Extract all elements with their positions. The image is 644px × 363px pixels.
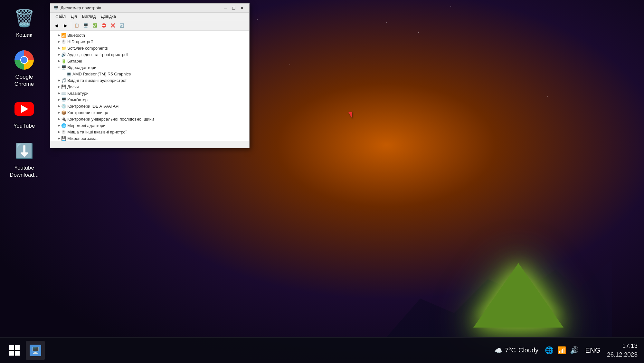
taskbar-device-manager[interactable]: 🖥️ — [26, 341, 45, 360]
expander-ide[interactable]: ▶ — [57, 104, 61, 108]
ide-icon: 💿 — [61, 103, 66, 109]
tree-item-hid[interactable]: ▶ 🖱️ HID-пристрої — [50, 38, 249, 45]
expander-mouse[interactable]: ▶ — [57, 130, 61, 134]
toolbar-enable[interactable]: ✅ — [90, 22, 99, 29]
volume-tray-icon[interactable]: 🔊 — [570, 346, 579, 355]
tree-item-audio-in-out[interactable]: ▶ 🎵 Вхідні та вихідні аудіопристрої — [50, 77, 249, 83]
tree-item-usb[interactable]: ▶ 🔌 Контролери універсальної послідовної… — [50, 116, 249, 122]
start-button[interactable] — [6, 342, 23, 358]
tree-item-computer[interactable]: ▶ 🖥️ Комп'ютер — [50, 96, 249, 103]
toolbar-scan[interactable]: 🔄 — [118, 22, 126, 29]
expander-storage[interactable]: ▶ — [57, 110, 61, 115]
chrome-label: Google Chrome — [6, 74, 42, 88]
menu-bar: Файл Дія Вигляд Довідка — [50, 13, 249, 20]
recycle-bin-label: Кошик — [16, 32, 32, 39]
tree-item-ide[interactable]: ▶ 💿 Контролери IDE ATA/ATAPI — [50, 103, 249, 109]
software-icon: 📁 — [61, 45, 66, 51]
windows-logo-icon — [9, 345, 20, 356]
disks-icon: 💾 — [61, 84, 66, 89]
tree-item-network[interactable]: ▶ 🌐 Мережеві адаптери — [50, 122, 249, 129]
bluetooth-label: Bluetooth — [67, 33, 248, 38]
firmware-label: Мікропрограма: — [67, 136, 248, 141]
tree-item-mouse[interactable]: ▶ 🖱️ Миша та інші вказівні пристрої — [50, 129, 249, 135]
toolbar-forward[interactable]: ▶ — [61, 22, 70, 29]
menu-file[interactable]: Файл — [53, 13, 68, 19]
menu-action[interactable]: Дія — [68, 13, 80, 19]
tree-item-storage[interactable]: ▶ 📦 Контролери сховища — [50, 109, 249, 116]
clock-date: 26.12.2023 — [607, 350, 638, 359]
landscape-decoration — [386, 208, 612, 337]
expander-hid[interactable]: ▶ — [57, 39, 61, 44]
expander-computer[interactable]: ▶ — [57, 97, 61, 102]
toolbar-properties[interactable]: 📋 — [72, 22, 81, 29]
tree-item-battery[interactable]: ▶ 🔋 Батареї — [50, 58, 249, 64]
desktop-icon-youtube[interactable]: YouTube — [6, 97, 42, 130]
toolbar: ◀ ▶ 📋 🖥️ ✅ ⛔ ❌ 🔄 — [50, 20, 249, 31]
weather-widget: ☁️ 7°C Cloudy — [494, 347, 538, 354]
recycle-bin-icon: 🗑️ — [13, 6, 36, 30]
expander-disks[interactable]: ▶ — [57, 84, 61, 89]
window-title-text: Диспетчер пристроїв — [61, 5, 101, 10]
ytdl-label: Youtube Download... — [6, 164, 42, 179]
chrome-icon — [13, 48, 36, 72]
tree-item-bluetooth[interactable]: ▶ 📶 Bluetooth — [50, 32, 249, 38]
desktop-icon-chrome[interactable]: Google Chrome — [6, 48, 42, 88]
tree-item-video[interactable]: ▼ 🖥️ Відеоадаптери — [50, 64, 249, 71]
minimize-button[interactable]: ─ — [222, 5, 229, 11]
mouse-label: Миша та інші вказівні пристрої — [67, 130, 248, 134]
tree-item-keyboards[interactable]: ▶ ⌨️ Клавіатури — [50, 90, 249, 96]
expander-firmware[interactable]: ▶ — [57, 136, 61, 141]
wifi-tray-icon[interactable]: 📶 — [557, 346, 566, 355]
desktop-icon-ytdl[interactable]: ⬇️ Youtube Download... — [6, 139, 42, 179]
expander-audio-in-out[interactable]: ▶ — [57, 78, 61, 83]
toolbar-disable[interactable]: ⛔ — [99, 22, 108, 29]
maximize-button[interactable]: □ — [230, 5, 238, 11]
hid-label: HID-пристрої — [67, 39, 248, 44]
audio-in-out-label: Вхідні та вихідні аудіопристрої — [67, 78, 248, 83]
amd-gpu-icon: 💻 — [66, 71, 71, 76]
window-titlebar: 🖥️ Диспетчер пристроїв ─ □ ✕ — [50, 4, 249, 13]
language-indicator[interactable]: ENG — [585, 346, 601, 355]
youtube-icon — [13, 97, 36, 121]
youtube-label: YouTube — [14, 123, 35, 130]
taskbar-devmgr-icon: 🖥️ — [30, 345, 41, 356]
network-tray-icon[interactable]: 🌐 — [545, 346, 554, 355]
toolbar-back[interactable]: ◀ — [52, 22, 61, 29]
storage-icon: 📦 — [61, 110, 66, 115]
clock-time: 17:13 — [607, 342, 638, 350]
tree-item-audio[interactable]: ▶ 🔊 Аудіо-, відео- та ігрові пристрої — [50, 51, 249, 58]
storage-label: Контролери сховища — [67, 110, 248, 115]
bluetooth-icon: 📶 — [61, 33, 66, 38]
expander-audio[interactable]: ▶ — [57, 52, 61, 57]
status-bar — [50, 142, 249, 148]
expander-battery[interactable]: ▶ — [57, 59, 61, 63]
battery-icon: 🔋 — [61, 58, 66, 64]
expander-software[interactable]: ▶ — [57, 46, 61, 50]
menu-help[interactable]: Довідка — [98, 13, 118, 19]
taskbar-right-area: ☁️ 7°C Cloudy 🌐 📶 🔊 ENG 17:13 26.12.2023 — [494, 342, 638, 359]
expander-network[interactable]: ▶ — [57, 123, 61, 128]
expander-usb[interactable]: ▶ — [57, 117, 61, 121]
tree-item-software[interactable]: ▶ 📁 Software components — [50, 45, 249, 51]
menu-view[interactable]: Вигляд — [80, 13, 99, 19]
expander-keyboards[interactable]: ▶ — [57, 91, 61, 95]
toolbar-update[interactable]: 🖥️ — [81, 22, 90, 29]
device-tree[interactable]: ▶ 📶 Bluetooth ▶ 🖱️ HID-пристрої ▶ 📁 Soft… — [50, 31, 249, 142]
computer-label: Комп'ютер — [67, 97, 248, 102]
tree-item-amd-gpu[interactable]: 💻 AMD Radeon(TM) R5 Graphics — [50, 71, 249, 77]
tent-decoration — [473, 263, 564, 328]
keyboards-icon: ⌨️ — [61, 91, 66, 96]
video-label: Відеоадаптери — [67, 65, 248, 70]
expander-video[interactable]: ▼ — [57, 65, 61, 70]
system-clock[interactable]: 17:13 26.12.2023 — [607, 342, 638, 359]
desktop-icon-recycle-bin[interactable]: 🗑️ Кошик — [6, 6, 42, 39]
toolbar-separator-1 — [71, 22, 71, 29]
toolbar-uninstall[interactable]: ❌ — [109, 22, 117, 29]
tree-item-firmware[interactable]: ▶ 💾 Мікропрограма: — [50, 135, 249, 142]
expander-bluetooth[interactable]: ▶ — [57, 33, 61, 37]
close-button[interactable]: ✕ — [238, 5, 246, 11]
window-title-area: 🖥️ Диспетчер пристроїв — [53, 5, 101, 10]
window-controls: ─ □ ✕ — [222, 5, 246, 11]
usb-label: Контролери універсальної послідовної шин… — [67, 117, 248, 122]
tree-item-disks[interactable]: ▶ 💾 Диски — [50, 83, 249, 90]
